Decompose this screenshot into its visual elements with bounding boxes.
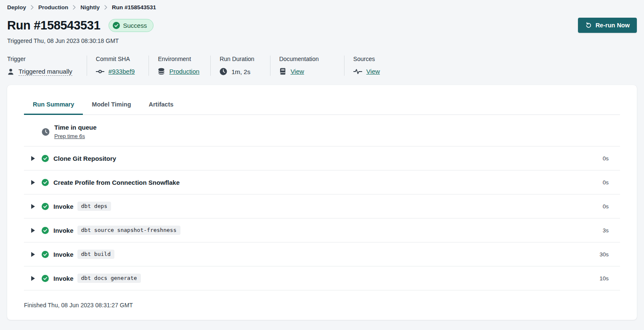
finished-timestamp: Finished Thu, 08 Jun 2023 08:31:27 GMT xyxy=(24,290,620,309)
meta-sources: Sources View xyxy=(345,56,389,76)
meta-documentation-label: Documentation xyxy=(279,56,319,62)
run-duration-value: 1m, 2s xyxy=(231,68,250,75)
step-duration: 3s xyxy=(603,227,614,234)
step-duration: 0s xyxy=(603,203,614,210)
chevron-right-icon xyxy=(104,5,107,10)
run-steps-list: Time in queue Prep time 6s Clone Git Rep… xyxy=(24,115,620,290)
step-row-dbt-docs-generate[interactable]: Invoke dbt docs generate 10s xyxy=(24,266,620,290)
step-duration: 0s xyxy=(603,155,614,162)
meta-trigger: Trigger Triggered manually xyxy=(7,56,87,76)
expand-toggle-icon[interactable] xyxy=(31,276,35,281)
meta-sources-label: Sources xyxy=(353,56,380,62)
success-check-icon xyxy=(42,275,49,282)
meta-commit-sha-label: Commit SHA xyxy=(96,56,135,62)
meta-documentation: Documentation View xyxy=(270,56,345,76)
step-label: Invoke xyxy=(53,251,74,258)
tab-run-summary[interactable]: Run Summary xyxy=(24,95,83,115)
step-label: Invoke xyxy=(53,203,74,210)
step-command-chip: dbt docs generate xyxy=(77,274,141,283)
step-label: Create Profile from Connection Snowflake xyxy=(53,179,180,186)
run-detail-page: Deploy Production Nightly Run #158543531… xyxy=(0,0,644,320)
rerun-now-button[interactable]: Re-run Now xyxy=(578,18,637,33)
database-icon xyxy=(158,68,165,75)
tab-model-timing[interactable]: Model Timing xyxy=(83,95,140,115)
triggered-timestamp: Triggered Thu, 08 Jun 2023 08:30:18 GMT xyxy=(7,37,637,44)
status-badge-label: Success xyxy=(123,22,147,29)
expand-toggle-icon[interactable] xyxy=(31,204,35,209)
title-row: Run #158543531 Success Re-run Now xyxy=(7,18,637,33)
refresh-icon xyxy=(585,22,592,29)
expand-toggle-icon[interactable] xyxy=(31,228,35,233)
step-duration: 10s xyxy=(599,275,614,282)
step-duration: 0s xyxy=(603,179,614,186)
commit-icon xyxy=(96,68,104,75)
chevron-right-icon xyxy=(31,5,34,10)
step-label: Invoke xyxy=(53,275,74,282)
commit-sha-link[interactable]: #933bef9 xyxy=(109,68,135,75)
chevron-right-icon xyxy=(73,5,76,10)
expand-toggle-icon[interactable] xyxy=(31,156,35,161)
person-icon xyxy=(7,68,14,75)
book-icon xyxy=(279,68,286,75)
meta-run-duration-label: Run Duration xyxy=(220,56,254,62)
step-command-chip: dbt build xyxy=(77,250,114,259)
sources-view-link[interactable]: View xyxy=(366,68,380,75)
meta-environment-label: Environment xyxy=(158,56,199,62)
step-command-chip: dbt source snapshot-freshness xyxy=(77,226,180,235)
expand-toggle-icon[interactable] xyxy=(31,180,35,185)
breadcrumb-deploy[interactable]: Deploy xyxy=(7,4,26,11)
meta-environment: Environment Production xyxy=(149,56,211,76)
step-command-chip: dbt deps xyxy=(77,202,111,211)
step-label: Invoke xyxy=(53,227,74,234)
meta-trigger-label: Trigger xyxy=(7,56,72,62)
pulse-icon xyxy=(353,69,362,75)
queue-clock-icon xyxy=(42,128,50,136)
documentation-view-link[interactable]: View xyxy=(291,68,304,75)
rerun-now-label: Re-run Now xyxy=(596,22,630,29)
success-check-icon xyxy=(42,155,49,162)
meta-run-duration: Run Duration 1m, 2s xyxy=(211,56,270,76)
tab-bar: Run Summary Model Timing Artifacts xyxy=(24,95,620,115)
environment-link[interactable]: Production xyxy=(169,68,199,75)
expand-toggle-icon[interactable] xyxy=(31,252,35,257)
step-row-create-profile[interactable]: Create Profile from Connection Snowflake… xyxy=(24,170,620,194)
time-in-queue-row: Time in queue Prep time 6s xyxy=(24,115,620,146)
step-label: Clone Git Repository xyxy=(53,155,116,162)
run-summary-card: Run Summary Model Timing Artifacts Time … xyxy=(7,85,637,320)
step-row-dbt-deps[interactable]: Invoke dbt deps 0s xyxy=(24,194,620,218)
step-row-dbt-source-freshness[interactable]: Invoke dbt source snapshot-freshness 3s xyxy=(24,218,620,242)
success-check-icon xyxy=(42,251,49,258)
time-in-queue-title: Time in queue xyxy=(54,124,97,131)
trigger-value[interactable]: Triggered manually xyxy=(19,68,72,76)
meta-commit-sha: Commit SHA #933bef9 xyxy=(87,56,149,76)
status-badge: Success xyxy=(109,19,154,32)
step-duration: 30s xyxy=(599,251,614,258)
success-check-icon xyxy=(113,22,120,29)
prep-time-link[interactable]: Prep time 6s xyxy=(54,133,85,139)
breadcrumb-nightly[interactable]: Nightly xyxy=(80,4,100,11)
step-row-dbt-build[interactable]: Invoke dbt build 30s xyxy=(24,242,620,266)
tab-artifacts[interactable]: Artifacts xyxy=(140,95,183,115)
breadcrumb: Deploy Production Nightly Run #158543531 xyxy=(7,4,637,11)
breadcrumb-current-run: Run #158543531 xyxy=(112,4,156,11)
success-check-icon xyxy=(42,227,49,234)
breadcrumb-production[interactable]: Production xyxy=(38,4,68,11)
success-check-icon xyxy=(42,179,49,186)
step-row-clone-git[interactable]: Clone Git Repository 0s xyxy=(24,146,620,170)
success-check-icon xyxy=(42,203,49,210)
run-metadata-row: Trigger Triggered manually Commit SHA #9… xyxy=(7,56,637,76)
clock-icon xyxy=(220,68,227,75)
page-title: Run #158543531 xyxy=(7,19,101,32)
